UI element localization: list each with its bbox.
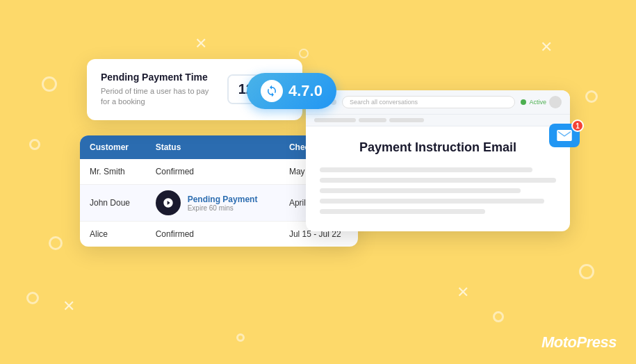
col-status: Status (146, 135, 279, 159)
deco-circle-5 (585, 90, 598, 103)
browser-status-area: Active (521, 96, 562, 108)
alice-name: Alice (80, 222, 146, 247)
booking-status: Confirmed (146, 159, 279, 185)
notification-count: 1 (571, 119, 584, 132)
toolbar-line-1 (314, 118, 356, 122)
version-badge: 4.7.0 (247, 73, 336, 109)
browser-topbar: Search all conversations Active (306, 90, 570, 115)
email-icon: 1 (549, 124, 580, 147)
deco-circle-3 (49, 236, 63, 250)
pending-info: Pending Payment Expire 60 mins (156, 190, 270, 215)
pending-time-description: Period of time a user has to pay for a b… (101, 86, 217, 108)
email-line-3 (320, 188, 521, 193)
motopress-logo: MotoPress (541, 333, 617, 351)
active-status-dot (521, 99, 526, 105)
customer-name: Mr. Smith (80, 159, 146, 185)
email-section-title: Payment Instruction Email (320, 140, 556, 155)
status-label: Active (529, 99, 546, 106)
email-line-4 (320, 199, 544, 204)
col-customer: Customer (80, 135, 146, 159)
alice-status: Confirmed (146, 222, 279, 247)
deco-circle-2 (29, 139, 40, 150)
pending-customer-label: John Doue (90, 198, 130, 208)
browser-email-card: Search all conversations Active Payment … (306, 90, 570, 231)
user-avatar (549, 96, 562, 108)
deco-circle-6 (579, 264, 594, 279)
deco-circle-8 (299, 49, 309, 58)
deco-cross-4: ✕ (457, 283, 469, 301)
pending-status-cell: Pending Payment Expire 60 mins (146, 185, 279, 222)
email-line-1 (320, 167, 532, 172)
deco-cross-3: ✕ (63, 297, 75, 315)
email-line-5 (320, 209, 485, 214)
browser-search-bar[interactable]: Search all conversations (342, 96, 515, 108)
email-notification-badge[interactable]: 1 (549, 124, 580, 147)
pending-payment-label: Pending Payment (188, 195, 258, 204)
customer-name-pending: John Doue (80, 185, 146, 222)
email-content-lines (320, 167, 556, 214)
sync-icon (261, 80, 283, 102)
deco-circle-9 (236, 333, 245, 342)
email-line-2 (320, 178, 556, 183)
email-content-area: Payment Instruction Email (306, 126, 570, 231)
deco-cross-1: ✕ (195, 35, 207, 53)
pending-payment-icon (156, 190, 181, 215)
deco-circle-1 (42, 76, 57, 92)
search-placeholder: Search all conversations (350, 99, 418, 106)
pending-status-info: Pending Payment Expire 60 mins (188, 195, 258, 212)
browser-toolbar (306, 115, 570, 126)
deco-circle-4 (26, 292, 39, 304)
pending-time-text-area: Pending Payment Time Period of time a us… (101, 72, 217, 108)
deco-circle-7 (493, 311, 504, 322)
deco-cross-2: ✕ (540, 38, 553, 56)
version-number: 4.7.0 (288, 82, 323, 100)
pending-time-title: Pending Payment Time (101, 72, 217, 83)
toolbar-line-2 (359, 118, 386, 122)
toolbar-line-3 (389, 118, 424, 122)
pending-expire-label: Expire 60 mins (188, 204, 258, 212)
